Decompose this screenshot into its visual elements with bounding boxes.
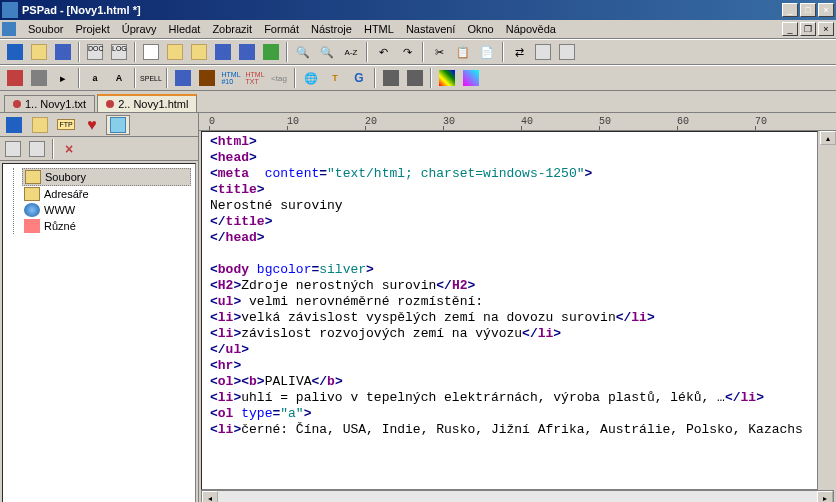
minimize-button[interactable]: _ [782,3,798,17]
google-button[interactable]: G [348,67,370,89]
cut-button[interactable]: ✂ [428,41,450,63]
menu-nápověda[interactable]: Nápověda [500,21,562,37]
swap-button[interactable]: ⇄ [508,41,530,63]
code-line: <title> [210,182,809,198]
file-tabs: 1.. Novy1.txt2.. Novy1.html [0,91,836,113]
tree-label: Soubory [45,171,86,183]
find-button[interactable]: 🔍 [292,41,314,63]
open-project-button[interactable] [28,41,50,63]
tag-button[interactable]: <tag [268,67,290,89]
panel-tab-ftp[interactable]: FTP [54,115,78,135]
copy-button[interactable]: 📋 [452,41,474,63]
tree-item[interactable]: WWW [22,202,191,218]
save-file-button[interactable] [212,41,234,63]
code-line: <H2>Zdroje nerostných surovin</H2> [210,278,809,294]
mdi-close-button[interactable]: × [818,22,834,36]
new-project-button[interactable] [4,41,26,63]
color-button[interactable] [436,67,458,89]
titlebar: PSPad - [Novy1.html *] _ □ × [0,0,836,20]
sort-button[interactable]: A-Z [340,41,362,63]
save-project-button[interactable] [52,41,74,63]
panel-tab-project[interactable] [106,115,130,135]
html-txt-button[interactable]: HTMLTXT [244,67,266,89]
tree-label: Různé [44,220,76,232]
left-panel: FTP ♥ × SouboryAdresářeWWWRůzné [0,113,199,502]
print2-button[interactable] [556,41,578,63]
file-button[interactable]: DOC [84,41,106,63]
open-special-button[interactable] [188,41,210,63]
play-button[interactable]: ▸ [52,67,74,89]
tab-label: 2.. Novy1.html [118,98,188,110]
scroll-right-button[interactable]: ▸ [817,491,833,502]
menubar: SouborProjektÚpravyHledatZobrazitFormátN… [0,20,836,39]
code-line: </ul> [210,342,809,358]
menu-hledat[interactable]: Hledat [163,21,207,37]
globe-button[interactable]: 🌐 [300,67,322,89]
tool2-button[interactable] [196,67,218,89]
maximize-button[interactable]: □ [800,3,816,17]
mdi-restore-button[interactable]: ❐ [800,22,816,36]
close-file-button[interactable] [260,41,282,63]
block2-button[interactable] [404,67,426,89]
menu-formát[interactable]: Formát [258,21,305,37]
case-upper-button[interactable]: a [84,67,106,89]
html-num-button[interactable]: HTML#10 [220,67,242,89]
panel-tab-fav[interactable]: ♥ [80,115,104,135]
tree-label: Adresáře [44,188,89,200]
menu-nastavení[interactable]: Nastavení [400,21,462,37]
menu-html[interactable]: HTML [358,21,400,37]
log-button[interactable]: LOG [108,41,130,63]
code-line: <head> [210,150,809,166]
horizontal-scrollbar[interactable]: ◂ ▸ [201,490,834,502]
palette-button[interactable] [460,67,482,89]
code-line: <li>závislost rozvojových zemí na vývozu… [210,326,809,342]
new-file-button[interactable] [140,41,162,63]
panel-tab-new[interactable] [2,115,26,135]
undo-button[interactable]: ↶ [372,41,394,63]
spell-button[interactable]: SPELL [140,67,162,89]
close-button[interactable]: × [818,3,834,17]
tool1-button[interactable] [172,67,194,89]
file-tab[interactable]: 2.. Novy1.html [97,94,197,112]
redo-button[interactable]: ↷ [396,41,418,63]
tree-item[interactable]: Soubory [22,168,191,186]
tidy-button[interactable]: T [324,67,346,89]
tree-item[interactable]: Různé [22,218,191,234]
panel-delete-button[interactable]: × [58,138,80,160]
project-tree[interactable]: SouboryAdresářeWWWRůzné [2,163,196,502]
print-button[interactable] [532,41,554,63]
scroll-left-button[interactable]: ◂ [202,491,218,502]
code-line: </title> [210,214,809,230]
vertical-scrollbar[interactable]: ▴ [820,131,836,490]
panel-new-button[interactable] [2,138,24,160]
toolbar-1: DOC LOG 🔍 🔍 A-Z ↶ ↷ ✂ 📋 📄 ⇄ [0,39,836,65]
block1-button[interactable] [380,67,402,89]
open-file-button[interactable] [164,41,186,63]
save-all-button[interactable] [236,41,258,63]
menu-nástroje[interactable]: Nástroje [305,21,358,37]
code-line: <meta content="text/html; charset=window… [210,166,809,182]
case-lower-button[interactable]: A [108,67,130,89]
misc-icon [24,219,40,233]
menu-okno[interactable]: Okno [461,21,499,37]
menu-zobrazit[interactable]: Zobrazit [206,21,258,37]
paste-button[interactable]: 📄 [476,41,498,63]
menu-soubor[interactable]: Soubor [22,21,69,37]
panel-tab-folder[interactable] [28,115,52,135]
folder-icon [24,187,40,201]
file-tab[interactable]: 1.. Novy1.txt [4,95,95,112]
menu-úpravy[interactable]: Úpravy [116,21,163,37]
menu-projekt[interactable]: Projekt [69,21,115,37]
mdi-minimize-button[interactable]: _ [782,22,798,36]
panel-open-button[interactable] [26,138,48,160]
tree-item[interactable]: Adresáře [22,186,191,202]
macro-button[interactable] [4,67,26,89]
scroll-up-button[interactable]: ▴ [820,131,836,145]
find-files-button[interactable]: 🔍 [316,41,338,63]
code-editor[interactable]: <html><head><meta content="text/html; ch… [201,131,818,490]
globe-icon [24,203,40,217]
tree-label: WWW [44,204,75,216]
ruler: 010203040506070 [199,113,836,131]
toolbar-2: ▸ a A SPELL HTML#10 HTMLTXT <tag 🌐 T G [0,65,836,91]
record-button[interactable] [28,67,50,89]
